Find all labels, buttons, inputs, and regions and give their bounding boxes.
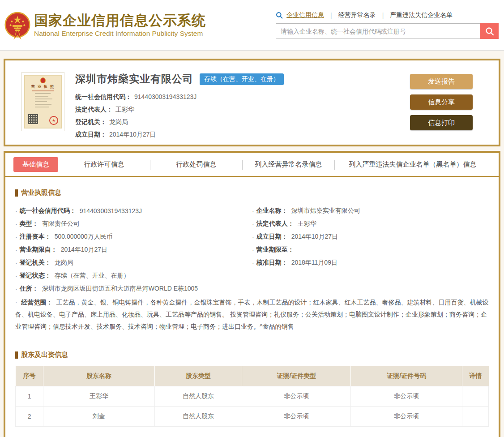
summary-field-legal-rep: 法定代表人：王彩华	[75, 103, 410, 116]
company-name: 深圳市炜燊实业有限公司	[75, 72, 193, 86]
license-caption: 营 业 执 照	[28, 84, 58, 89]
col-detail: 详情	[462, 366, 488, 386]
tab-admin-license[interactable]: 行政许可信息	[58, 160, 150, 169]
cell-index: 2	[16, 406, 43, 426]
field-type: 类型：有限责任公司	[15, 217, 252, 230]
detail-card: 基础信息 行政许可信息 行政处罚信息 列入经营异常名录信息 列入严重违法失信企业…	[4, 151, 500, 437]
col-name: 股东名称	[43, 366, 154, 386]
cell-detail	[462, 386, 488, 406]
summary-field-credit-code: 统一社会信用代码：91440300319433123J	[75, 90, 410, 103]
search-icon	[276, 12, 283, 19]
tab-blacklist[interactable]: 列入严重违法失信企业名单（黑名单）信息	[335, 160, 491, 169]
license-qr-code	[28, 114, 38, 124]
license-emblem-icon	[40, 77, 46, 83]
business-license-image[interactable]: 营 业 执 照 ★	[21, 72, 64, 131]
cell-type: 自然人股东	[154, 406, 242, 426]
field-registered-capital: 注册资本：500.000000万人民币	[15, 230, 252, 243]
business-scope-text: 工艺品，黄金、银、铜电铸摆件，各种黄金摆件，金银珠宝首饰，手表，木制工艺品的设计…	[15, 299, 489, 330]
nav-separator: |	[330, 12, 332, 19]
col-cert-type: 证照/证件类型	[242, 366, 351, 386]
tab-admin-penalty[interactable]: 行政处罚信息	[150, 160, 242, 169]
field-term-from: 营业期限自：2014年10月27日	[15, 243, 252, 256]
license-red-seal-icon: ★	[49, 116, 58, 125]
search-input[interactable]	[276, 23, 480, 39]
field-business-scope: 经营范围：工艺品，黄金、银、铜电铸摆件，各种黄金摆件，金银珠宝首饰，手表，木制工…	[15, 296, 489, 333]
logo: 国家企业信用信息公示系统 National Enterprise Credit …	[4, 10, 206, 40]
section-marker	[15, 351, 18, 359]
search-icon	[485, 27, 494, 36]
field-credit-code: 统一社会信用代码：91440300319433123J	[15, 204, 252, 217]
nav-link-illegal-list[interactable]: 严重违法失信企业名单	[390, 11, 453, 19]
nav-link-abnormal-list[interactable]: 经营异常名录	[338, 11, 376, 19]
info-print-button[interactable]: 信息打印	[410, 115, 473, 130]
cell-name: 王彩华	[43, 386, 154, 406]
summary-field-establish-date: 成立日期：2014年10月27日	[75, 128, 410, 141]
section-title-license-info: 营业执照信息	[15, 189, 489, 197]
site-title-cn: 国家企业信用信息公示系统	[34, 13, 206, 28]
col-type: 股东类型	[154, 366, 242, 386]
license-fields: 统一社会信用代码：91440300319433123J 类型：有限责任公司 注册…	[15, 204, 489, 295]
cell-cert-number: 非公示项	[351, 386, 462, 406]
cell-detail	[462, 406, 488, 426]
section-marker	[15, 189, 18, 197]
table-row: 1 王彩华 自然人股东 非公示项 非公示项	[16, 386, 489, 406]
status-badge: 存续（在营、开业、在册）	[200, 73, 284, 85]
send-report-button[interactable]: 发送报告	[410, 74, 473, 89]
nav-separator: |	[382, 12, 384, 19]
field-legal-rep: 法定代表人：王彩华	[252, 217, 489, 230]
field-approval-date: 核准日期：2018年11月09日	[252, 256, 489, 269]
field-company-name: 企业名称：深圳市炜燊实业有限公司	[252, 204, 489, 217]
field-status: 登记状态：存续（在营、开业、在册）	[15, 269, 252, 282]
field-address: 住所：深圳市龙岗区坂田街道五和大道南星河WORLD E栋1005	[15, 282, 252, 295]
cell-cert-type: 非公示项	[242, 406, 351, 426]
company-summary-card: 营 业 执 照 ★ 深圳市炜燊实业有限公司 存续（在营、开业、在册） 统一社会信…	[4, 59, 500, 146]
tab-bar: 基础信息 行政许可信息 行政处罚信息 列入经营异常名录信息 列入严重违法失信企业…	[5, 153, 499, 177]
table-row: 2 刘奎 自然人股东 非公示项 非公示项	[16, 406, 489, 426]
info-share-button[interactable]: 信息分享	[410, 94, 473, 110]
cell-cert-type: 非公示项	[242, 386, 351, 406]
tab-abnormal-list[interactable]: 列入经营异常名录信息	[243, 160, 334, 169]
summary-field-registry: 登记机关：龙岗局	[75, 116, 410, 128]
shareholders-table: 序号 股东名称 股东类型 证照/证件类型 证照/证件号码 详情 1 王彩华 自然…	[15, 366, 489, 427]
cell-index: 1	[16, 386, 43, 406]
table-header-row: 序号 股东名称 股东类型 证照/证件类型 证照/证件号码 详情	[16, 366, 489, 386]
field-registry: 登记机关：龙岗局	[15, 256, 252, 269]
page-header: 国家企业信用信息公示系统 National Enterprise Credit …	[0, 0, 504, 51]
field-establish-date: 成立日期：2014年10月27日	[252, 230, 489, 243]
col-cert-number: 证照/证件号码	[351, 366, 462, 386]
cell-type: 自然人股东	[154, 386, 242, 406]
header-nav: 企业信用信息 | 经营异常名录 | 严重违法失信企业名单	[276, 11, 499, 19]
cell-name: 刘奎	[43, 406, 154, 426]
section-title-shareholders: 股东及出资信息	[15, 351, 489, 359]
site-title-en: National Enterprise Credit Information P…	[34, 30, 206, 37]
tab-basic-info[interactable]: 基础信息	[13, 157, 58, 172]
nav-link-enterprise-credit[interactable]: 企业信用信息	[286, 11, 324, 19]
national-emblem-icon	[4, 12, 30, 40]
search-button[interactable]	[480, 23, 499, 39]
cell-cert-number: 非公示项	[351, 406, 462, 426]
col-index: 序号	[16, 366, 43, 386]
field-term-to: 营业期限至：	[252, 243, 489, 256]
